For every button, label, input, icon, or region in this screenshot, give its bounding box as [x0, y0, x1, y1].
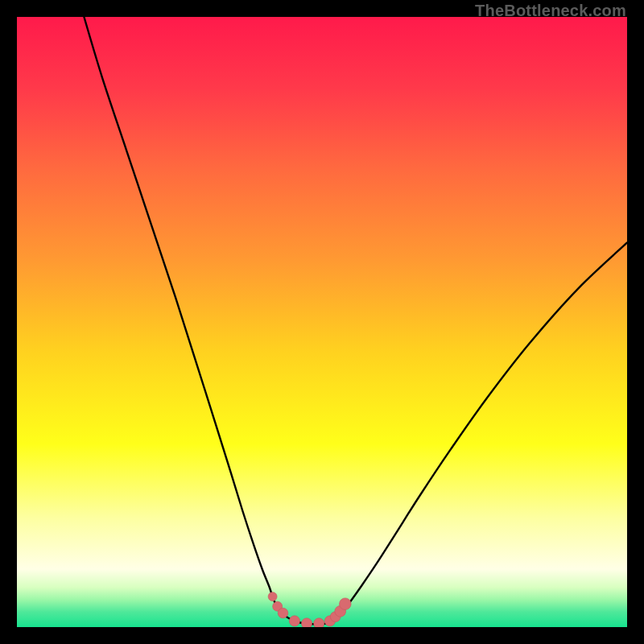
highlight-marker: [340, 598, 352, 610]
bottleneck-curve: [84, 17, 627, 624]
watermark-text: TheBottleneck.com: [475, 2, 626, 20]
highlight-marker: [268, 592, 277, 601]
highlight-marker: [289, 616, 299, 626]
highlight-marker: [301, 618, 312, 627]
chart-stage: TheBottleneck.com: [0, 0, 644, 644]
curve-layer: [17, 17, 627, 627]
highlight-marker: [278, 608, 288, 618]
plot-area: [17, 17, 627, 627]
highlight-markers: [268, 592, 351, 627]
highlight-marker: [314, 618, 324, 627]
